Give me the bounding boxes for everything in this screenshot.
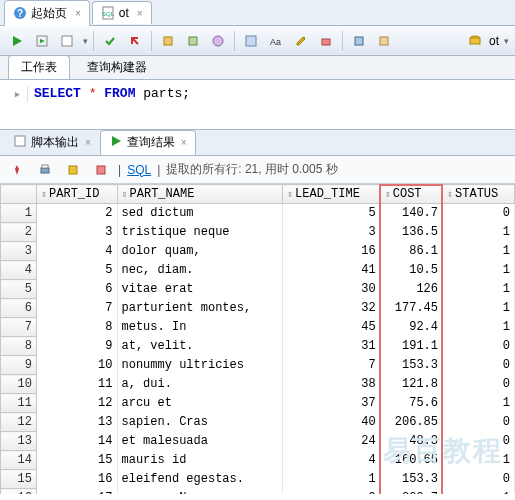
- cell-cost[interactable]: 86.1: [380, 242, 442, 261]
- cell-part-id[interactable]: 11: [37, 375, 118, 394]
- table-row[interactable]: 1415mauris id4160.651: [1, 451, 515, 470]
- cell-part-id[interactable]: 5: [37, 261, 118, 280]
- clear-button[interactable]: [315, 30, 337, 52]
- cell-lead-time[interactable]: 45: [283, 318, 381, 337]
- cell-cost[interactable]: 160.65: [380, 451, 442, 470]
- cell-part-name[interactable]: arcu et: [117, 394, 282, 413]
- cell-lead-time[interactable]: 4: [283, 451, 381, 470]
- cell-part-id[interactable]: 8: [37, 318, 118, 337]
- cell-lead-time[interactable]: 32: [283, 299, 381, 318]
- table-row[interactable]: 1112arcu et3775.61: [1, 394, 515, 413]
- cell-part-id[interactable]: 2: [37, 204, 118, 223]
- table-row[interactable]: 1213sapien. Cras40206.850: [1, 413, 515, 432]
- cell-cost[interactable]: 136.5: [380, 223, 442, 242]
- cell-cost[interactable]: 206.85: [380, 413, 442, 432]
- cell-status[interactable]: 0: [443, 413, 515, 432]
- cell-status[interactable]: 0: [443, 337, 515, 356]
- dropdown-icon[interactable]: ▾: [83, 36, 88, 46]
- sql-worksheet-tab[interactable]: SQL ot ×: [92, 1, 152, 24]
- case-button[interactable]: Aa: [265, 30, 287, 52]
- table-row[interactable]: 23tristique neque3136.51: [1, 223, 515, 242]
- cell-cost[interactable]: 153.3: [380, 356, 442, 375]
- cell-lead-time[interactable]: 24: [283, 432, 381, 451]
- cell-status[interactable]: 0: [443, 204, 515, 223]
- table-row[interactable]: 89at, velit.31191.10: [1, 337, 515, 356]
- export-button[interactable]: [62, 159, 84, 181]
- cell-lead-time[interactable]: 9: [283, 489, 381, 495]
- explain-plan-button[interactable]: [56, 30, 78, 52]
- cell-part-id[interactable]: 7: [37, 299, 118, 318]
- table-row[interactable]: 1011a, dui.38121.80: [1, 375, 515, 394]
- cell-part-id[interactable]: 17: [37, 489, 118, 495]
- tb-icon-5[interactable]: [348, 30, 370, 52]
- cell-part-id[interactable]: 14: [37, 432, 118, 451]
- cell-lead-time[interactable]: 30: [283, 280, 381, 299]
- cell-cost[interactable]: 177.45: [380, 299, 442, 318]
- cell-status[interactable]: 1: [443, 451, 515, 470]
- tb-icon-1[interactable]: [157, 30, 179, 52]
- cell-status[interactable]: 0: [443, 375, 515, 394]
- cell-part-name[interactable]: eleifend egestas.: [117, 470, 282, 489]
- cell-part-name[interactable]: at, velit.: [117, 337, 282, 356]
- close-icon[interactable]: ×: [181, 137, 187, 148]
- column-header[interactable]: ⇕PART_ID: [37, 185, 118, 204]
- cell-status[interactable]: 0: [443, 470, 515, 489]
- cell-part-name[interactable]: sed dictum: [117, 204, 282, 223]
- cell-lead-time[interactable]: 1: [283, 470, 381, 489]
- cell-status[interactable]: 1: [443, 280, 515, 299]
- cell-part-name[interactable]: dolor quam,: [117, 242, 282, 261]
- tb-icon-6[interactable]: [373, 30, 395, 52]
- tb-icon-4[interactable]: [240, 30, 262, 52]
- cell-part-name[interactable]: et malesuada: [117, 432, 282, 451]
- cell-status[interactable]: 1: [443, 261, 515, 280]
- cell-cost[interactable]: 140.7: [380, 204, 442, 223]
- table-row[interactable]: 1314et malesuada2448.30: [1, 432, 515, 451]
- column-header[interactable]: ⇕PART_NAME: [117, 185, 282, 204]
- cell-cost[interactable]: 75.6: [380, 394, 442, 413]
- table-row[interactable]: 1516eleifend egestas.1153.30: [1, 470, 515, 489]
- table-row[interactable]: 67parturient montes,32177.451: [1, 299, 515, 318]
- cell-status[interactable]: 1: [443, 394, 515, 413]
- column-header[interactable]: ⇕STATUS: [443, 185, 515, 204]
- cell-status[interactable]: 1: [443, 489, 515, 495]
- sql-editor[interactable]: ▸ SELECT * FROM parts;: [0, 80, 515, 130]
- run-button[interactable]: [6, 30, 28, 52]
- cell-part-id[interactable]: 4: [37, 242, 118, 261]
- cell-part-id[interactable]: 13: [37, 413, 118, 432]
- table-row[interactable]: 1617cursus. Nunc9203.71: [1, 489, 515, 495]
- cell-lead-time[interactable]: 16: [283, 242, 381, 261]
- cell-part-name[interactable]: vitae erat: [117, 280, 282, 299]
- table-row[interactable]: 78metus. In4592.41: [1, 318, 515, 337]
- connection-icon[interactable]: [464, 30, 486, 52]
- column-header[interactable]: ⇕LEAD_TIME: [283, 185, 381, 204]
- column-header[interactable]: [1, 185, 37, 204]
- home-tab[interactable]: ? 起始页 ×: [4, 0, 90, 26]
- worksheet-tab[interactable]: 工作表: [8, 55, 70, 79]
- sql-text[interactable]: SELECT * FROM parts;: [34, 86, 190, 101]
- cell-cost[interactable]: 92.4: [380, 318, 442, 337]
- cell-status[interactable]: 1: [443, 318, 515, 337]
- print-button[interactable]: [34, 159, 56, 181]
- cell-part-name[interactable]: nonummy ultricies: [117, 356, 282, 375]
- close-icon[interactable]: ×: [75, 8, 81, 19]
- results-grid[interactable]: ⇕PART_ID⇕PART_NAME⇕LEAD_TIME⇕COST⇕STATUS…: [0, 184, 515, 494]
- dropdown-icon[interactable]: ▾: [504, 36, 509, 46]
- cell-cost[interactable]: 48.3: [380, 432, 442, 451]
- cell-cost[interactable]: 10.5: [380, 261, 442, 280]
- cell-part-id[interactable]: 6: [37, 280, 118, 299]
- cell-status[interactable]: 0: [443, 432, 515, 451]
- tb-icon-2[interactable]: [182, 30, 204, 52]
- close-icon[interactable]: ×: [137, 8, 143, 19]
- run-script-button[interactable]: [31, 30, 53, 52]
- cell-cost[interactable]: 203.7: [380, 489, 442, 495]
- cell-cost[interactable]: 121.8: [380, 375, 442, 394]
- commit-button[interactable]: [99, 30, 121, 52]
- column-header[interactable]: ⇕COST: [380, 185, 442, 204]
- cell-status[interactable]: 1: [443, 299, 515, 318]
- cell-lead-time[interactable]: 5: [283, 204, 381, 223]
- cell-part-id[interactable]: 15: [37, 451, 118, 470]
- cell-part-id[interactable]: 9: [37, 337, 118, 356]
- cell-part-name[interactable]: sapien. Cras: [117, 413, 282, 432]
- cell-part-name[interactable]: tristique neque: [117, 223, 282, 242]
- tb-icon-3[interactable]: [207, 30, 229, 52]
